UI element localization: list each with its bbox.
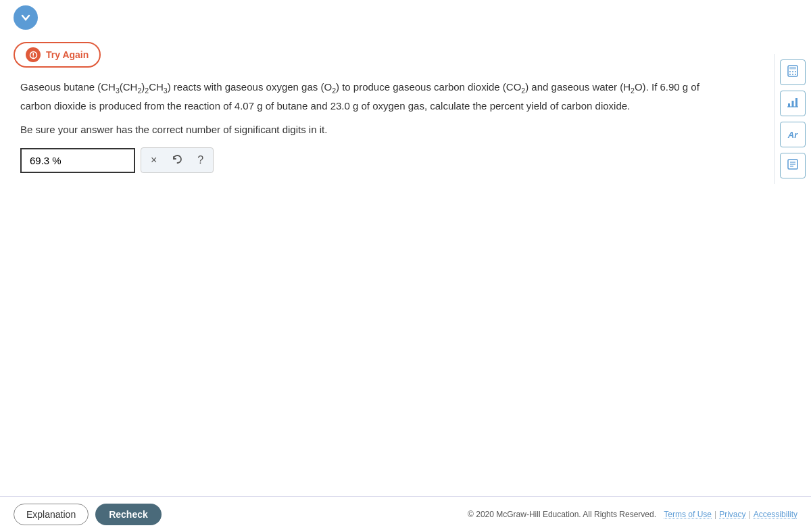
question-line1-end: and gaseous water (531, 81, 617, 93)
answer-input[interactable] (20, 148, 135, 173)
undo-button[interactable] (168, 151, 187, 170)
butane-formula: (CH3(CH2)2CH3) (97, 81, 174, 93)
sig-digits-text: Be sure your answer has the correct numb… (20, 124, 327, 135)
help-button[interactable]: ? (193, 151, 207, 169)
copyright-text: © 2020 McGraw-Hill Education. All Rights… (468, 510, 656, 519)
svg-point-8 (789, 74, 791, 75)
answer-area: × ? (20, 147, 743, 173)
o2-formula: (O2) (320, 81, 342, 93)
svg-rect-12 (792, 101, 794, 107)
top-bar (0, 0, 811, 35)
question-line1-prefix: Gaseous butane (20, 81, 95, 93)
periodic-table-icon: Ar (788, 130, 797, 140)
recheck-label: Recheck (109, 509, 148, 520)
svg-rect-2 (32, 56, 34, 57)
calculator-tool-button[interactable] (780, 59, 806, 85)
main-content: Gaseous butane (CH3(CH2)2CH3) reacts wit… (0, 78, 764, 187)
h2o-formula: (H2O) (620, 81, 645, 93)
co2-formula: (CO2) (503, 81, 532, 93)
question-line1-middle: reacts with gaseous oxygen gas (174, 81, 318, 93)
recheck-button[interactable]: Recheck (95, 504, 162, 525)
question-line2: carbon dioxide is produced from the reac… (20, 100, 630, 112)
try-again-label: Try Again (46, 49, 89, 60)
notes-tool-button[interactable] (780, 153, 806, 178)
explanation-button[interactable]: Explanation (14, 504, 89, 525)
periodic-table-tool-button[interactable]: Ar (780, 122, 806, 147)
chart-icon (786, 95, 800, 112)
question-paragraph-1: Gaseous butane (CH3(CH2)2CH3) reacts wit… (20, 78, 743, 114)
help-icon: ? (197, 154, 203, 166)
question-line1-suffix: to produce gaseous carbon dioxide (342, 81, 500, 93)
action-buttons-group: × ? (141, 147, 214, 173)
right-tools-sidebar: Ar (774, 54, 811, 184)
try-again-section: Try Again (0, 35, 811, 78)
close-button[interactable]: × (147, 151, 161, 169)
explanation-label: Explanation (26, 509, 76, 520)
privacy-link[interactable]: Privacy (719, 510, 745, 519)
svg-rect-13 (795, 98, 797, 107)
divider-1: | (714, 510, 716, 519)
svg-point-6 (792, 71, 793, 72)
question-paragraph-2: Be sure your answer has the correct numb… (20, 124, 743, 135)
footer-copyright-area: © 2020 McGraw-Hill Education. All Rights… (468, 510, 797, 519)
try-again-button[interactable]: Try Again (14, 42, 101, 68)
notes-icon (786, 158, 800, 174)
svg-point-5 (789, 71, 791, 72)
calculator-icon (786, 64, 800, 81)
svg-point-9 (792, 74, 793, 75)
divider-2: | (749, 510, 751, 519)
bottom-footer: Explanation Recheck © 2020 McGraw-Hill E… (0, 496, 811, 532)
svg-rect-4 (789, 67, 796, 70)
terms-of-use-link[interactable]: Terms of Use (664, 510, 712, 519)
chart-tool-button[interactable] (780, 91, 806, 116)
svg-rect-1 (32, 53, 34, 56)
footer-action-buttons: Explanation Recheck (14, 504, 162, 525)
try-again-icon (26, 47, 41, 62)
undo-icon (172, 153, 182, 167)
accessibility-link[interactable]: Accessibility (754, 510, 797, 519)
svg-rect-11 (788, 103, 790, 107)
svg-point-10 (795, 74, 796, 75)
chevron-down-button[interactable] (14, 5, 38, 30)
svg-point-7 (795, 71, 796, 72)
close-icon: × (151, 154, 157, 166)
period-if: . If 6.90 g of (646, 81, 699, 93)
